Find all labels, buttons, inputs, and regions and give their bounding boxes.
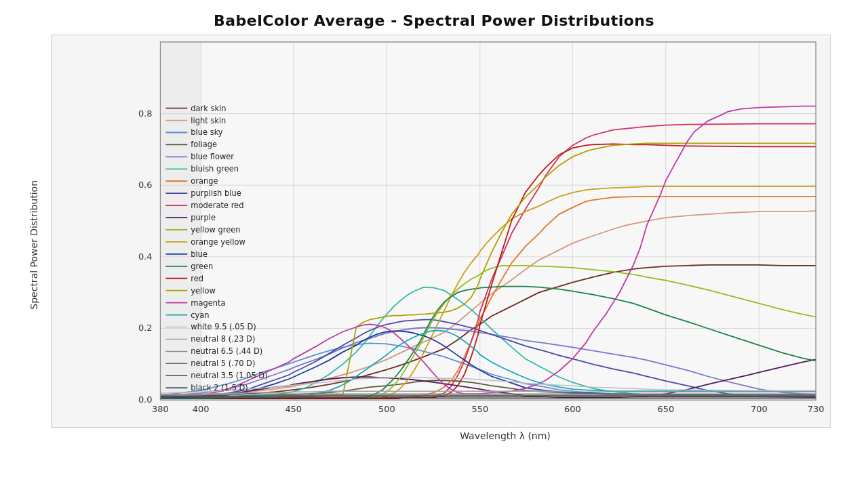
svg-text:green: green (191, 262, 213, 271)
svg-text:400: 400 (193, 404, 210, 414)
svg-text:450: 450 (285, 404, 302, 414)
svg-text:moderate red: moderate red (191, 201, 243, 210)
svg-text:550: 550 (471, 404, 488, 414)
svg-text:neutral 3.5 (1.05 D): neutral 3.5 (1.05 D) (191, 371, 267, 380)
svg-text:500: 500 (378, 404, 395, 414)
svg-text:0.0: 0.0 (138, 394, 153, 405)
svg-text:purple: purple (191, 213, 216, 222)
svg-text:bluish green: bluish green (191, 164, 239, 174)
svg-text:blue: blue (191, 249, 208, 259)
svg-text:yellow: yellow (191, 286, 216, 296)
svg-text:730: 730 (808, 404, 825, 414)
svg-text:0.2: 0.2 (138, 323, 153, 333)
svg-text:0.4: 0.4 (138, 251, 153, 262)
svg-text:blue flower: blue flower (191, 152, 234, 161)
svg-text:white 9.5 (.05 D): white 9.5 (.05 D) (191, 322, 256, 331)
chart-title: BabelColor Average - Spectral Power Dist… (214, 12, 654, 29)
right-section: 0.0 0.2 0.4 0.6 0.8 380 400 450 500 550 … (51, 35, 851, 455)
outer-wrapper: Spectral Power Distribution (17, 35, 851, 455)
svg-text:neutral 5 (.70 D): neutral 5 (.70 D) (191, 359, 255, 368)
y-axis-label-wrap: Spectral Power Distribution (17, 35, 51, 455)
svg-text:650: 650 (658, 404, 675, 414)
svg-text:orange yellow: orange yellow (191, 237, 245, 247)
svg-text:380: 380 (152, 404, 169, 414)
x-axis-label-row: Wavelength λ (nm) (51, 430, 851, 441)
svg-text:0.8: 0.8 (138, 108, 153, 119)
chart-container: BabelColor Average - Spectral Power Dist… (0, 0, 868, 488)
svg-text:orange: orange (191, 176, 218, 186)
svg-text:neutral 6.5 (.44 D): neutral 6.5 (.44 D) (191, 346, 262, 356)
x-axis-label: Wavelength λ (nm) (460, 430, 551, 441)
svg-text:black 2 (1.5 D): black 2 (1.5 D) (191, 383, 248, 392)
svg-text:cyan: cyan (191, 310, 209, 320)
svg-text:red: red (191, 274, 203, 283)
svg-text:magenta: magenta (191, 298, 225, 308)
main-chart: 0.0 0.2 0.4 0.6 0.8 380 400 450 500 550 … (51, 35, 831, 428)
svg-text:dark skin: dark skin (191, 104, 226, 113)
svg-text:0.6: 0.6 (138, 180, 153, 190)
svg-text:blue sky: blue sky (191, 127, 223, 137)
svg-text:light skin: light skin (191, 116, 226, 125)
y-axis-label: Spectral Power Distribution (28, 180, 39, 310)
svg-text:600: 600 (564, 404, 581, 414)
svg-text:purplish blue: purplish blue (191, 188, 241, 198)
svg-text:neutral 8 (.23 D): neutral 8 (.23 D) (191, 334, 255, 344)
svg-text:yellow green: yellow green (191, 225, 240, 235)
svg-text:foliage: foliage (191, 140, 217, 149)
svg-text:700: 700 (751, 404, 768, 414)
